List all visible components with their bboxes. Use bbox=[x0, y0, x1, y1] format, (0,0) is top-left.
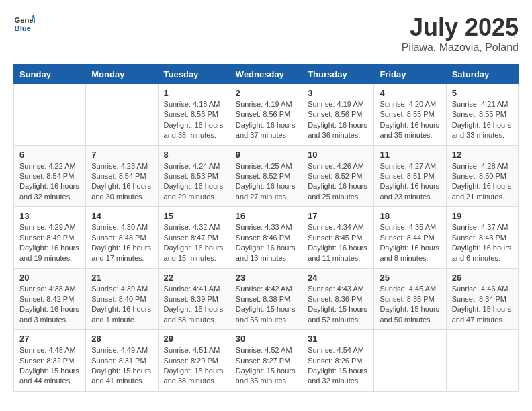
col-friday: Friday bbox=[374, 65, 446, 84]
calendar-cell: 26Sunrise: 4:46 AM Sunset: 8:34 PM Dayli… bbox=[446, 268, 518, 330]
day-number: 6 bbox=[19, 150, 80, 160]
svg-text:Blue: Blue bbox=[15, 24, 31, 32]
calendar-cell: 28Sunrise: 4:49 AM Sunset: 8:31 PM Dayli… bbox=[86, 330, 158, 392]
col-monday: Monday bbox=[86, 65, 158, 84]
week-row-2: 6Sunrise: 4:22 AM Sunset: 8:54 PM Daylig… bbox=[14, 145, 519, 207]
calendar-cell: 29Sunrise: 4:51 AM Sunset: 8:29 PM Dayli… bbox=[158, 330, 230, 392]
calendar-cell: 20Sunrise: 4:38 AM Sunset: 8:42 PM Dayli… bbox=[14, 268, 86, 330]
calendar-cell: 2Sunrise: 4:19 AM Sunset: 8:56 PM Daylig… bbox=[230, 84, 302, 146]
calendar-cell: 16Sunrise: 4:33 AM Sunset: 8:46 PM Dayli… bbox=[230, 207, 302, 269]
day-number: 9 bbox=[236, 150, 296, 160]
day-info: Sunrise: 4:48 AM Sunset: 8:32 PM Dayligh… bbox=[19, 345, 80, 387]
col-wednesday: Wednesday bbox=[230, 65, 302, 84]
calendar-cell: 1Sunrise: 4:18 AM Sunset: 8:56 PM Daylig… bbox=[158, 84, 230, 146]
day-info: Sunrise: 4:19 AM Sunset: 8:56 PM Dayligh… bbox=[236, 99, 296, 141]
day-info: Sunrise: 4:29 AM Sunset: 8:49 PM Dayligh… bbox=[19, 222, 80, 264]
calendar-cell: 19Sunrise: 4:37 AM Sunset: 8:43 PM Dayli… bbox=[446, 207, 518, 269]
calendar-cell: 21Sunrise: 4:39 AM Sunset: 8:40 PM Dayli… bbox=[86, 268, 158, 330]
calendar-cell: 8Sunrise: 4:24 AM Sunset: 8:53 PM Daylig… bbox=[158, 145, 230, 207]
day-info: Sunrise: 4:25 AM Sunset: 8:52 PM Dayligh… bbox=[236, 161, 296, 203]
day-info: Sunrise: 4:30 AM Sunset: 8:48 PM Dayligh… bbox=[91, 222, 152, 264]
calendar-cell: 30Sunrise: 4:52 AM Sunset: 8:27 PM Dayli… bbox=[230, 330, 302, 392]
calendar-cell: 13Sunrise: 4:29 AM Sunset: 8:49 PM Dayli… bbox=[14, 207, 86, 269]
calendar-cell: 4Sunrise: 4:20 AM Sunset: 8:55 PM Daylig… bbox=[374, 84, 446, 146]
calendar-cell: 3Sunrise: 4:19 AM Sunset: 8:56 PM Daylig… bbox=[302, 84, 374, 146]
day-number: 18 bbox=[380, 211, 440, 221]
day-number: 12 bbox=[452, 150, 513, 160]
day-info: Sunrise: 4:35 AM Sunset: 8:44 PM Dayligh… bbox=[380, 222, 440, 264]
day-info: Sunrise: 4:33 AM Sunset: 8:46 PM Dayligh… bbox=[236, 222, 296, 264]
day-number: 10 bbox=[308, 150, 368, 160]
calendar-cell: 15Sunrise: 4:32 AM Sunset: 8:47 PM Dayli… bbox=[158, 207, 230, 269]
calendar-cell: 7Sunrise: 4:23 AM Sunset: 8:54 PM Daylig… bbox=[86, 145, 158, 207]
day-info: Sunrise: 4:51 AM Sunset: 8:29 PM Dayligh… bbox=[164, 345, 224, 387]
day-info: Sunrise: 4:41 AM Sunset: 8:39 PM Dayligh… bbox=[164, 284, 224, 326]
day-number: 3 bbox=[308, 88, 368, 98]
calendar-cell: 25Sunrise: 4:45 AM Sunset: 8:35 PM Dayli… bbox=[374, 268, 446, 330]
day-info: Sunrise: 4:21 AM Sunset: 8:55 PM Dayligh… bbox=[452, 99, 513, 141]
day-info: Sunrise: 4:26 AM Sunset: 8:52 PM Dayligh… bbox=[308, 161, 368, 203]
day-info: Sunrise: 4:43 AM Sunset: 8:36 PM Dayligh… bbox=[308, 284, 368, 326]
calendar-cell: 6Sunrise: 4:22 AM Sunset: 8:54 PM Daylig… bbox=[14, 145, 86, 207]
day-number: 26 bbox=[452, 273, 513, 283]
day-number: 30 bbox=[236, 334, 296, 344]
col-sunday: Sunday bbox=[14, 65, 86, 84]
calendar-table: Sunday Monday Tuesday Wednesday Thursday… bbox=[13, 64, 519, 392]
calendar-cell: 24Sunrise: 4:43 AM Sunset: 8:36 PM Dayli… bbox=[302, 268, 374, 330]
day-info: Sunrise: 4:28 AM Sunset: 8:50 PM Dayligh… bbox=[452, 161, 513, 203]
col-saturday: Saturday bbox=[446, 65, 518, 84]
day-number: 2 bbox=[236, 88, 296, 98]
day-info: Sunrise: 4:34 AM Sunset: 8:45 PM Dayligh… bbox=[308, 222, 368, 264]
week-row-5: 27Sunrise: 4:48 AM Sunset: 8:32 PM Dayli… bbox=[14, 330, 519, 392]
day-number: 23 bbox=[236, 273, 296, 283]
day-number: 21 bbox=[91, 273, 152, 283]
calendar-cell: 22Sunrise: 4:41 AM Sunset: 8:39 PM Dayli… bbox=[158, 268, 230, 330]
day-info: Sunrise: 4:24 AM Sunset: 8:53 PM Dayligh… bbox=[164, 161, 224, 203]
day-number: 4 bbox=[380, 88, 440, 98]
day-number: 28 bbox=[91, 334, 152, 344]
day-info: Sunrise: 4:20 AM Sunset: 8:55 PM Dayligh… bbox=[380, 99, 440, 141]
title-block: July 2025 Pilawa, Mazovia, Poland bbox=[402, 13, 519, 54]
day-info: Sunrise: 4:23 AM Sunset: 8:54 PM Dayligh… bbox=[91, 161, 152, 203]
logo-icon: General Blue bbox=[13, 13, 35, 35]
day-number: 31 bbox=[308, 334, 368, 344]
calendar-cell: 27Sunrise: 4:48 AM Sunset: 8:32 PM Dayli… bbox=[14, 330, 86, 392]
day-number: 13 bbox=[19, 211, 80, 221]
day-info: Sunrise: 4:19 AM Sunset: 8:56 PM Dayligh… bbox=[308, 99, 368, 141]
calendar-cell: 23Sunrise: 4:42 AM Sunset: 8:38 PM Dayli… bbox=[230, 268, 302, 330]
col-thursday: Thursday bbox=[302, 65, 374, 84]
day-info: Sunrise: 4:32 AM Sunset: 8:47 PM Dayligh… bbox=[164, 222, 224, 264]
location: Pilawa, Mazovia, Poland bbox=[402, 42, 519, 54]
day-number: 17 bbox=[308, 211, 368, 221]
day-number: 5 bbox=[452, 88, 513, 98]
day-number: 24 bbox=[308, 273, 368, 283]
calendar-cell: 9Sunrise: 4:25 AM Sunset: 8:52 PM Daylig… bbox=[230, 145, 302, 207]
day-number: 27 bbox=[19, 334, 80, 344]
day-number: 7 bbox=[91, 150, 152, 160]
calendar-cell: 10Sunrise: 4:26 AM Sunset: 8:52 PM Dayli… bbox=[302, 145, 374, 207]
day-info: Sunrise: 4:46 AM Sunset: 8:34 PM Dayligh… bbox=[452, 284, 513, 326]
day-info: Sunrise: 4:38 AM Sunset: 8:42 PM Dayligh… bbox=[19, 284, 80, 326]
calendar-cell: 31Sunrise: 4:54 AM Sunset: 8:26 PM Dayli… bbox=[302, 330, 374, 392]
day-number: 25 bbox=[380, 273, 440, 283]
day-info: Sunrise: 4:49 AM Sunset: 8:31 PM Dayligh… bbox=[91, 345, 152, 387]
calendar-cell: 11Sunrise: 4:27 AM Sunset: 8:51 PM Dayli… bbox=[374, 145, 446, 207]
calendar-cell bbox=[86, 84, 158, 146]
day-number: 20 bbox=[19, 273, 80, 283]
day-number: 22 bbox=[164, 273, 224, 283]
calendar-cell: 12Sunrise: 4:28 AM Sunset: 8:50 PM Dayli… bbox=[446, 145, 518, 207]
day-number: 8 bbox=[164, 150, 224, 160]
calendar-cell: 5Sunrise: 4:21 AM Sunset: 8:55 PM Daylig… bbox=[446, 84, 518, 146]
calendar-cell bbox=[374, 330, 446, 392]
calendar-cell: 17Sunrise: 4:34 AM Sunset: 8:45 PM Dayli… bbox=[302, 207, 374, 269]
calendar-cell: 14Sunrise: 4:30 AM Sunset: 8:48 PM Dayli… bbox=[86, 207, 158, 269]
week-row-3: 13Sunrise: 4:29 AM Sunset: 8:49 PM Dayli… bbox=[14, 207, 519, 269]
day-info: Sunrise: 4:42 AM Sunset: 8:38 PM Dayligh… bbox=[236, 284, 296, 326]
week-row-4: 20Sunrise: 4:38 AM Sunset: 8:42 PM Dayli… bbox=[14, 268, 519, 330]
day-info: Sunrise: 4:37 AM Sunset: 8:43 PM Dayligh… bbox=[452, 222, 513, 264]
calendar-cell bbox=[446, 330, 518, 392]
day-number: 11 bbox=[380, 150, 440, 160]
day-info: Sunrise: 4:18 AM Sunset: 8:56 PM Dayligh… bbox=[164, 99, 224, 141]
week-row-1: 1Sunrise: 4:18 AM Sunset: 8:56 PM Daylig… bbox=[14, 84, 519, 146]
logo: General Blue bbox=[13, 13, 36, 35]
